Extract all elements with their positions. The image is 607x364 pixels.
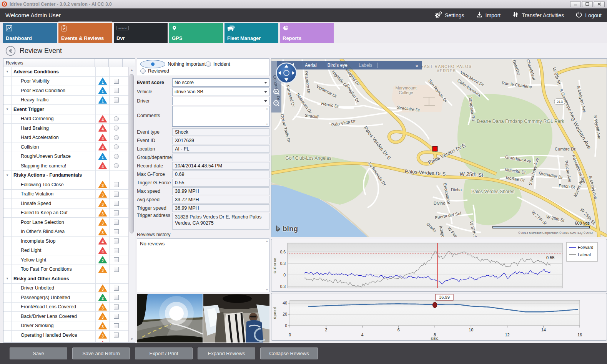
- item-checkbox[interactable]: [114, 267, 119, 272]
- tree-item-row[interactable]: Back/Driver Lens Covered3: [3, 312, 128, 321]
- status-radio[interactable]: [140, 60, 165, 68]
- tab-fleet-manager[interactable]: Fleet Manager: [225, 23, 278, 43]
- header-action-import[interactable]: Import: [476, 11, 501, 19]
- zoom-out-icon[interactable]: [273, 99, 280, 109]
- header-action-settings[interactable]: Settings: [434, 11, 464, 20]
- tree-item-row[interactable]: Poor Lane Selection3: [3, 218, 128, 227]
- collapse-arrow-icon[interactable]: ▼: [3, 67, 11, 76]
- export-print-button[interactable]: Export / Print: [135, 347, 193, 359]
- collapse-reviews-button[interactable]: Collapse Reviews: [260, 347, 318, 359]
- item-radio[interactable]: [114, 163, 119, 168]
- tree-item-row[interactable]: Driver Unbelted3: [3, 284, 128, 293]
- status-option-nothing-important[interactable]: Nothing important: [140, 61, 206, 68]
- collapse-arrow-icon[interactable]: ▼: [3, 171, 11, 180]
- expand-reviews-button[interactable]: Expand Reviews: [198, 347, 255, 359]
- tab-gps[interactable]: GPS: [169, 23, 223, 43]
- item-checkbox[interactable]: [114, 304, 119, 309]
- vehicle-select[interactable]: idrive Van SB: [172, 88, 269, 96]
- tree-item-row[interactable]: Incomplete Stop4: [3, 237, 128, 246]
- status-radio[interactable]: [206, 61, 211, 67]
- item-checkbox[interactable]: [114, 333, 119, 338]
- scroll-down-icon[interactable]: ▼: [266, 288, 268, 291]
- save-and-return-button[interactable]: Save and Return: [72, 347, 130, 359]
- tree-group-row[interactable]: ▼Risky and Other Actions: [3, 274, 128, 284]
- item-checkbox[interactable]: [114, 98, 119, 103]
- map-collapse-button[interactable]: «: [412, 63, 422, 68]
- tab-events-reviews[interactable]: Events & Reviews: [58, 23, 112, 43]
- tree-item-row[interactable]: Operating Handled Device3: [3, 331, 128, 340]
- tree-item-row[interactable]: Failed to Keep an Out3: [3, 208, 128, 218]
- header-action-transfer-activities[interactable]: Transfer Activities: [512, 11, 564, 19]
- tree-item-row[interactable]: Unsafe Speed3: [3, 199, 128, 208]
- maximize-window-button[interactable]: [582, 1, 593, 7]
- cabin-camera-thumbnail[interactable]: [203, 294, 269, 342]
- tree-item-row[interactable]: Tampering/Abusing Equipment4: [3, 340, 128, 342]
- save-button[interactable]: Save: [10, 347, 67, 359]
- tab-reports[interactable]: Reports: [280, 23, 334, 43]
- tree-item-row[interactable]: Poor Road Condition1: [3, 86, 128, 96]
- map-canvas[interactable]: 213Coolheights DrHightide DrPhantom DrFo…: [271, 59, 607, 237]
- item-radio[interactable]: [114, 126, 119, 131]
- front-camera-thumbnail[interactable]: [137, 294, 203, 342]
- tab-dvr[interactable]: MERGEDvr: [114, 23, 168, 43]
- item-checkbox[interactable]: [114, 314, 119, 319]
- close-window-button[interactable]: [594, 1, 605, 7]
- item-radio[interactable]: [114, 154, 119, 159]
- tree-item-row[interactable]: Hard Acceleration4: [3, 133, 128, 143]
- tree-group-row[interactable]: ▼Adverse Conditions: [3, 67, 128, 77]
- item-checkbox[interactable]: [114, 220, 119, 225]
- scroll-down-icon[interactable]: ▼: [129, 336, 135, 342]
- status-option-reviewed[interactable]: Reviewed: [140, 68, 206, 74]
- collapse-arrow-icon[interactable]: ▼: [3, 105, 11, 114]
- event-score-select[interactable]: No score: [172, 78, 269, 87]
- tree-item-row[interactable]: Passenger(s) Unbelted2: [3, 293, 128, 303]
- comments-textarea[interactable]: ▲▼: [172, 106, 269, 127]
- item-checkbox[interactable]: [114, 79, 119, 84]
- tree-item-row[interactable]: Following Too Close3: [3, 180, 128, 190]
- item-checkbox[interactable]: [114, 248, 119, 253]
- item-checkbox[interactable]: [114, 201, 119, 206]
- map-view-bird-s-eye[interactable]: Bird's eye: [322, 63, 353, 68]
- item-checkbox[interactable]: [114, 286, 119, 291]
- tree-item-row[interactable]: Front/Road Lens Covered3: [3, 303, 128, 312]
- status-option-incident[interactable]: Incident: [206, 61, 266, 68]
- tree-item-row[interactable]: Slapping the camera!4: [3, 161, 128, 171]
- tree-item-row[interactable]: Too Fast For Conditions3: [3, 265, 128, 275]
- item-checkbox[interactable]: [114, 257, 119, 262]
- header-action-logout[interactable]: Logout: [575, 11, 602, 19]
- item-checkbox[interactable]: [114, 88, 119, 93]
- item-checkbox[interactable]: [114, 295, 119, 300]
- item-checkbox[interactable]: [114, 323, 119, 328]
- status-radio[interactable]: [140, 68, 146, 74]
- tree-item-row[interactable]: Heavy Traffic1: [3, 96, 128, 105]
- item-checkbox[interactable]: [114, 182, 119, 187]
- scrollbar-thumb[interactable]: [130, 74, 134, 233]
- collapse-arrow-icon[interactable]: ▼: [3, 274, 11, 283]
- map-panel[interactable]: 213Coolheights DrHightide DrPhantom DrFo…: [271, 58, 607, 237]
- map-view-labels[interactable]: Labels: [353, 63, 378, 68]
- item-radio[interactable]: [114, 135, 119, 140]
- item-checkbox[interactable]: [114, 238, 119, 243]
- scroll-up-icon[interactable]: ▲: [266, 240, 268, 242]
- tree-item-row[interactable]: Collision4: [3, 142, 128, 152]
- tree-item-row[interactable]: Traffic Violation3: [3, 190, 128, 199]
- scroll-down-icon[interactable]: ▼: [266, 123, 268, 126]
- scroll-up-icon[interactable]: ▲: [129, 67, 135, 73]
- driver-select[interactable]: [172, 97, 269, 105]
- tree-group-row[interactable]: ▼Risky Actions - Fundamentals: [3, 171, 128, 180]
- item-checkbox[interactable]: [114, 192, 119, 197]
- tab-dashboard[interactable]: Dashboard: [3, 23, 57, 43]
- tree-item-row[interactable]: In Other's Blind Area3: [3, 227, 128, 237]
- item-radio[interactable]: [114, 116, 119, 121]
- tree-group-row[interactable]: ▼Event Trigger: [3, 105, 128, 114]
- map-view-aerial[interactable]: Aerial: [299, 63, 322, 68]
- back-button[interactable]: [5, 46, 16, 56]
- tree-item-row[interactable]: Yellow Light2: [3, 255, 128, 265]
- tree-item-row[interactable]: Hard Braking4: [3, 124, 128, 133]
- reviews-tree-scrollbar[interactable]: ▲ ▼: [128, 67, 135, 342]
- tree-item-row[interactable]: Poor Visibility1: [3, 77, 128, 86]
- scroll-up-icon[interactable]: ▲: [266, 107, 268, 110]
- zoom-in-icon[interactable]: [273, 88, 280, 97]
- tree-item-row[interactable]: Rough/Uneven Surface1: [3, 152, 128, 162]
- item-checkbox[interactable]: [114, 229, 119, 234]
